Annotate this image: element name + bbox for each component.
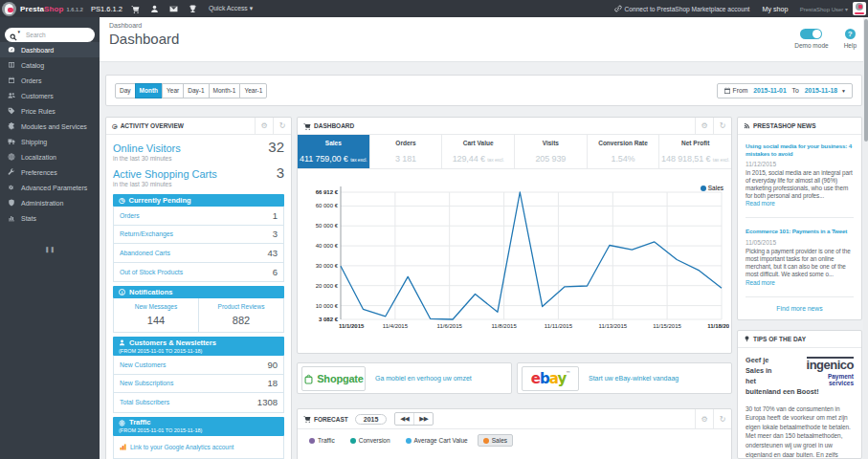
new-messages-cell[interactable]: New Messages 144 xyxy=(114,298,198,332)
article-title-link[interactable]: Ecommerce 101: Payments in a Tweet xyxy=(746,228,854,235)
previous-year-button[interactable]: ◀◀ xyxy=(395,413,413,425)
month-1-button[interactable]: Month-1 xyxy=(209,83,241,98)
google-analytics-link[interactable]: Link to your Google Analytics account xyxy=(130,444,234,450)
find-more-news-link[interactable]: Find more news xyxy=(746,297,854,319)
scrollbar-thumb[interactable] xyxy=(864,19,868,142)
year-1-button[interactable]: Year-1 xyxy=(239,83,267,98)
shop-name-link[interactable]: PS1.6.1.2 xyxy=(91,5,122,13)
sidebar-item-stats[interactable]: Stats xyxy=(0,210,100,226)
cart-icon xyxy=(303,121,311,129)
kpi-net-profit[interactable]: Net Profit 148 918,51 € tax excl. xyxy=(658,135,731,168)
scrollbar[interactable] xyxy=(863,17,868,459)
panel-refresh-icon[interactable]: ↻ xyxy=(713,409,731,428)
new-subscriptions-row[interactable]: New Subscriptions18 xyxy=(114,375,283,394)
cart-icon[interactable] xyxy=(131,0,140,17)
kpi-orders[interactable]: Orders 3 181 xyxy=(369,135,442,168)
kpi-conversion-rate[interactable]: Conversion Rate 1.54% xyxy=(587,135,659,168)
legend-traffic[interactable]: Traffic xyxy=(303,434,341,447)
kpi-cart-value[interactable]: Cart Value 129,44 € tax excl. xyxy=(441,135,514,168)
chart-legend-sales[interactable]: Sales xyxy=(701,185,723,191)
day-1-button[interactable]: Day-1 xyxy=(183,83,209,98)
sidebar-item-modules[interactable]: Modules and Services xyxy=(0,119,100,134)
legend-average-cart-value[interactable]: Average Cart Value xyxy=(400,434,474,447)
trophy-icon[interactable] xyxy=(189,0,197,17)
read-more-link[interactable]: Read more xyxy=(746,200,775,207)
panel-header-icons: ⚙ ↻ xyxy=(695,409,731,428)
svg-text:66 912 €: 66 912 € xyxy=(316,189,339,195)
kpi-visits[interactable]: Visits 205 939 xyxy=(514,135,587,168)
news-body: Using social media for your business: 4 … xyxy=(738,135,861,319)
main-menu: Dashboard Catalog Orders Customers Price… xyxy=(0,42,100,226)
sidebar-item-administration[interactable]: Administration xyxy=(0,195,100,210)
panel-settings-icon[interactable]: ⚙ xyxy=(695,409,713,428)
next-year-button[interactable]: ▶▶ xyxy=(413,413,433,425)
topbar-marketplace-link: Connect to PrestaShop Marketplace accoun… xyxy=(625,6,750,12)
legend-conversion[interactable]: Conversion xyxy=(345,434,396,447)
menu-collapse-button[interactable]: ❚❚ xyxy=(0,246,100,252)
my-shop-link[interactable]: My shop xyxy=(762,5,788,13)
row-value: 3 xyxy=(273,229,278,239)
sidebar-item-shipping[interactable]: Shipping xyxy=(0,134,100,149)
legend-sales[interactable]: Sales xyxy=(478,434,513,447)
total-subscribers-row[interactable]: Total Subscribers1308 xyxy=(114,393,283,412)
ebay-link[interactable]: Start uw eBay-winkel vandaag xyxy=(589,375,679,382)
abandoned-carts-row[interactable]: Abandoned Carts43 xyxy=(114,244,283,263)
svg-text:20 000 €: 20 000 € xyxy=(316,283,339,289)
orders-row[interactable]: Orders1 xyxy=(114,207,283,226)
shopgate-banner[interactable]: Shopgate Ga mobiel en verhoog uw omzet xyxy=(297,362,512,394)
active-carts-link[interactable]: Active Shopping Carts xyxy=(113,168,217,180)
returns-row[interactable]: Return/Exchanges3 xyxy=(114,226,283,245)
brand-title[interactable]: PrestaShop1.6.1.2 xyxy=(20,5,83,13)
ebay-banner[interactable]: ebay™ Start uw eBay-winkel vandaag xyxy=(517,362,732,394)
kpi-suffix: tax excl. xyxy=(487,157,503,163)
product-reviews-cell[interactable]: Product Reviews 882 xyxy=(198,298,283,332)
prestashop-logo-icon[interactable] xyxy=(2,2,16,16)
topbar-icons xyxy=(131,0,197,17)
kpi-sales[interactable]: Sales 411 759,00 € tax excl. xyxy=(298,135,369,168)
shopgate-link[interactable]: Ga mobiel en verhoog uw omzet xyxy=(375,375,472,382)
user-avatar[interactable] xyxy=(853,2,866,15)
svg-text:11/1/2015: 11/1/2015 xyxy=(339,323,365,329)
banners-row: Shopgate Ga mobiel en verhoog uw omzet e… xyxy=(297,362,732,394)
row-label: Return/Exchanges xyxy=(120,230,173,237)
sidebar-item-orders[interactable]: Orders xyxy=(0,73,100,88)
sidebar-item-preferences[interactable]: Preferences xyxy=(0,164,100,180)
panel-settings-icon[interactable]: ⚙ xyxy=(695,118,713,134)
messages-icon[interactable] xyxy=(169,0,178,17)
sidebar-item-localization[interactable]: Localization xyxy=(0,149,100,164)
article-title-link[interactable]: Using social media for your business: 4 … xyxy=(746,142,854,158)
panel-refresh-icon[interactable]: ↻ xyxy=(713,118,731,134)
help-icon[interactable]: ? xyxy=(845,29,856,39)
article-excerpt: In 2015, social media are an integral pa… xyxy=(746,169,854,208)
header-control: Demo mode xyxy=(794,29,828,49)
customer-icon[interactable] xyxy=(150,0,159,17)
date-range-picker[interactable]: From 2015-11-01 To 2015-11-18 ▼ xyxy=(717,83,853,98)
demo-mode-label: Demo mode xyxy=(794,42,828,49)
search-caret-icon[interactable]: ▾ xyxy=(18,29,21,34)
panel-refresh-icon[interactable]: ↻ xyxy=(273,118,291,134)
out-of-stock-row[interactable]: Out of Stock Products6 xyxy=(114,263,283,282)
month-button[interactable]: Month xyxy=(135,83,164,98)
cell-value: 144 xyxy=(116,315,196,326)
sidebar-item-price-rules[interactable]: Price Rules xyxy=(0,103,100,119)
cart-icon xyxy=(303,415,311,423)
prestashop-news-panel: PRESTASHOP NEWS Using social media for y… xyxy=(737,117,862,320)
user-menu[interactable]: PrestaShop User ▾ xyxy=(800,6,848,12)
kpi-value: 411 759,00 € xyxy=(300,154,348,164)
sidebar-item-customers[interactable]: Customers xyxy=(0,88,100,103)
marketplace-link[interactable]: Connect to PrestaShop Marketplace accoun… xyxy=(614,5,750,12)
new-customers-row[interactable]: New Customers90 xyxy=(114,356,283,375)
sidebar-item-advanced-parameters[interactable]: Advanced Parameters xyxy=(0,180,100,195)
online-visitors-link[interactable]: Online Visitors xyxy=(113,142,181,154)
currently-pending-rows: Orders1 Return/Exchanges3 Abandoned Cart… xyxy=(113,207,284,282)
quick-access-menu[interactable]: Quick Access ▾ xyxy=(209,5,253,12)
day-button[interactable]: Day xyxy=(115,83,136,98)
year-button[interactable]: Year xyxy=(162,83,184,98)
kpi-row: Sales 411 759,00 € tax excl. Orders 3 18… xyxy=(298,135,731,169)
users-icon xyxy=(8,92,15,99)
sidebar-item-catalog[interactable]: Catalog xyxy=(0,57,100,73)
panel-settings-icon[interactable]: ⚙ xyxy=(255,118,273,134)
read-more-link[interactable]: Read more xyxy=(746,279,854,287)
demo-mode-toggle[interactable] xyxy=(800,29,822,39)
ingenico-logo[interactable]: ingenico Payment services xyxy=(785,356,854,386)
